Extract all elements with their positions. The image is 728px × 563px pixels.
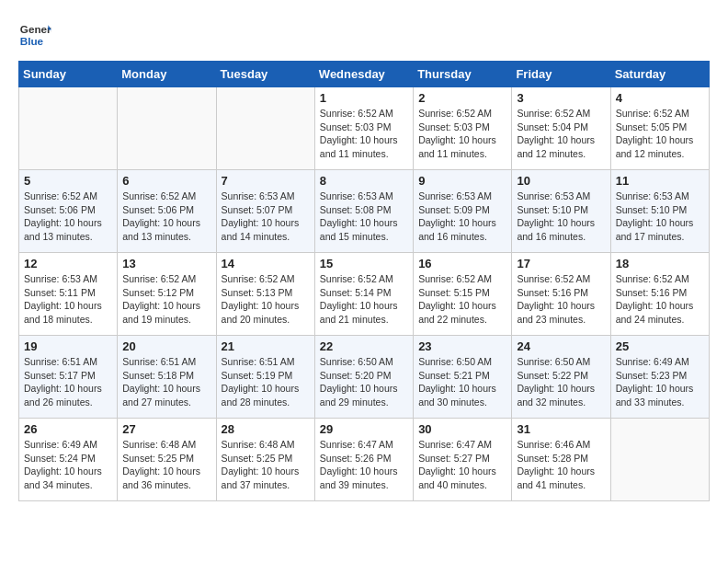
calendar-cell: 5Sunrise: 6:52 AM Sunset: 5:06 PM Daylig…	[19, 170, 118, 253]
svg-text:General: General	[20, 23, 51, 35]
day-number: 29	[320, 422, 408, 436]
calendar-cell: 27Sunrise: 6:48 AM Sunset: 5:25 PM Dayli…	[118, 419, 216, 501]
day-number: 22	[320, 339, 408, 353]
calendar-cell: 14Sunrise: 6:52 AM Sunset: 5:13 PM Dayli…	[216, 253, 314, 336]
calendar-cell: 6Sunrise: 6:52 AM Sunset: 5:06 PM Daylig…	[118, 170, 216, 253]
logo-icon: General Blue	[18, 18, 51, 52]
calendar-cell: 10Sunrise: 6:53 AM Sunset: 5:10 PM Dayli…	[512, 170, 610, 253]
day-number: 5	[24, 174, 112, 188]
day-info: Sunrise: 6:52 AM Sunset: 5:06 PM Dayligh…	[122, 190, 210, 244]
day-info: Sunrise: 6:52 AM Sunset: 5:06 PM Dayligh…	[24, 190, 112, 244]
weekday-header-wednesday: Wednesday	[314, 62, 413, 87]
weekday-header-tuesday: Tuesday	[216, 62, 314, 87]
day-info: Sunrise: 6:52 AM Sunset: 5:04 PM Dayligh…	[517, 107, 605, 161]
day-info: Sunrise: 6:53 AM Sunset: 5:09 PM Dayligh…	[418, 190, 506, 244]
day-info: Sunrise: 6:47 AM Sunset: 5:27 PM Dayligh…	[418, 438, 506, 492]
day-info: Sunrise: 6:53 AM Sunset: 5:10 PM Dayligh…	[616, 190, 704, 244]
calendar-cell: 28Sunrise: 6:48 AM Sunset: 5:25 PM Dayli…	[216, 419, 314, 501]
weekday-header-friday: Friday	[512, 62, 610, 87]
calendar-cell: 19Sunrise: 6:51 AM Sunset: 5:17 PM Dayli…	[19, 336, 118, 419]
weekday-header-saturday: Saturday	[610, 62, 709, 87]
calendar-cell: 9Sunrise: 6:53 AM Sunset: 5:09 PM Daylig…	[414, 170, 512, 253]
day-info: Sunrise: 6:52 AM Sunset: 5:15 PM Dayligh…	[418, 272, 506, 327]
day-info: Sunrise: 6:50 AM Sunset: 5:22 PM Dayligh…	[517, 355, 605, 409]
calendar-week-row: 1Sunrise: 6:52 AM Sunset: 5:03 PM Daylig…	[19, 87, 710, 170]
day-number: 12	[24, 257, 112, 270]
weekday-header-thursday: Thursday	[414, 62, 512, 87]
day-number: 11	[616, 174, 704, 188]
day-number: 24	[517, 339, 605, 353]
day-number: 15	[320, 257, 408, 270]
day-number: 4	[616, 91, 704, 105]
day-info: Sunrise: 6:50 AM Sunset: 5:20 PM Dayligh…	[320, 355, 408, 409]
day-number: 18	[616, 257, 704, 270]
calendar-cell: 13Sunrise: 6:52 AM Sunset: 5:12 PM Dayli…	[118, 253, 216, 336]
day-number: 13	[122, 257, 210, 270]
day-info: Sunrise: 6:52 AM Sunset: 5:16 PM Dayligh…	[517, 272, 605, 327]
day-number: 17	[517, 257, 605, 270]
day-number: 19	[24, 339, 112, 353]
calendar-cell: 11Sunrise: 6:53 AM Sunset: 5:10 PM Dayli…	[610, 170, 709, 253]
calendar-cell: 2Sunrise: 6:52 AM Sunset: 5:03 PM Daylig…	[414, 87, 512, 170]
calendar-cell	[216, 87, 314, 170]
calendar-week-row: 26Sunrise: 6:49 AM Sunset: 5:24 PM Dayli…	[19, 419, 710, 501]
calendar-cell	[118, 87, 216, 170]
day-info: Sunrise: 6:52 AM Sunset: 5:13 PM Dayligh…	[222, 272, 310, 327]
day-info: Sunrise: 6:53 AM Sunset: 5:11 PM Dayligh…	[24, 272, 112, 327]
day-info: Sunrise: 6:52 AM Sunset: 5:03 PM Dayligh…	[320, 107, 408, 161]
day-info: Sunrise: 6:48 AM Sunset: 5:25 PM Dayligh…	[122, 438, 210, 492]
calendar-cell: 17Sunrise: 6:52 AM Sunset: 5:16 PM Dayli…	[512, 253, 610, 336]
calendar-cell: 29Sunrise: 6:47 AM Sunset: 5:26 PM Dayli…	[314, 419, 413, 501]
calendar-cell: 20Sunrise: 6:51 AM Sunset: 5:18 PM Dayli…	[118, 336, 216, 419]
calendar-week-row: 5Sunrise: 6:52 AM Sunset: 5:06 PM Daylig…	[19, 170, 710, 253]
weekday-header-sunday: Sunday	[19, 62, 118, 87]
day-info: Sunrise: 6:51 AM Sunset: 5:17 PM Dayligh…	[24, 355, 112, 409]
day-info: Sunrise: 6:46 AM Sunset: 5:28 PM Dayligh…	[517, 438, 605, 492]
day-info: Sunrise: 6:49 AM Sunset: 5:23 PM Dayligh…	[616, 355, 704, 409]
day-info: Sunrise: 6:52 AM Sunset: 5:12 PM Dayligh…	[122, 272, 210, 327]
weekday-header-monday: Monday	[118, 62, 216, 87]
day-info: Sunrise: 6:51 AM Sunset: 5:18 PM Dayligh…	[122, 355, 210, 409]
calendar-cell: 21Sunrise: 6:51 AM Sunset: 5:19 PM Dayli…	[216, 336, 314, 419]
day-number: 30	[418, 422, 506, 436]
day-number: 6	[122, 174, 210, 188]
calendar-cell	[19, 87, 118, 170]
calendar-cell: 25Sunrise: 6:49 AM Sunset: 5:23 PM Dayli…	[610, 336, 709, 419]
day-info: Sunrise: 6:53 AM Sunset: 5:07 PM Dayligh…	[222, 190, 310, 244]
calendar-cell: 24Sunrise: 6:50 AM Sunset: 5:22 PM Dayli…	[512, 336, 610, 419]
calendar-cell: 3Sunrise: 6:52 AM Sunset: 5:04 PM Daylig…	[512, 87, 610, 170]
day-number: 26	[24, 422, 112, 436]
day-number: 25	[616, 339, 704, 353]
day-number: 21	[222, 339, 310, 353]
calendar-cell: 15Sunrise: 6:52 AM Sunset: 5:14 PM Dayli…	[314, 253, 413, 336]
calendar-cell: 18Sunrise: 6:52 AM Sunset: 5:16 PM Dayli…	[610, 253, 709, 336]
day-number: 8	[320, 174, 408, 188]
day-info: Sunrise: 6:53 AM Sunset: 5:08 PM Dayligh…	[320, 190, 408, 244]
day-number: 27	[122, 422, 210, 436]
day-number: 10	[517, 174, 605, 188]
day-number: 20	[122, 339, 210, 353]
calendar-week-row: 12Sunrise: 6:53 AM Sunset: 5:11 PM Dayli…	[19, 253, 710, 336]
day-info: Sunrise: 6:52 AM Sunset: 5:16 PM Dayligh…	[616, 272, 704, 327]
day-number: 1	[320, 91, 408, 105]
day-info: Sunrise: 6:52 AM Sunset: 5:03 PM Dayligh…	[418, 107, 506, 161]
day-info: Sunrise: 6:47 AM Sunset: 5:26 PM Dayligh…	[320, 438, 408, 492]
day-number: 3	[517, 91, 605, 105]
calendar-cell: 4Sunrise: 6:52 AM Sunset: 5:05 PM Daylig…	[610, 87, 709, 170]
calendar-cell: 23Sunrise: 6:50 AM Sunset: 5:21 PM Dayli…	[414, 336, 512, 419]
svg-text:Blue: Blue	[20, 35, 44, 47]
calendar-cell: 8Sunrise: 6:53 AM Sunset: 5:08 PM Daylig…	[314, 170, 413, 253]
day-info: Sunrise: 6:51 AM Sunset: 5:19 PM Dayligh…	[222, 355, 310, 409]
calendar-cell: 22Sunrise: 6:50 AM Sunset: 5:20 PM Dayli…	[314, 336, 413, 419]
day-info: Sunrise: 6:52 AM Sunset: 5:14 PM Dayligh…	[320, 272, 408, 327]
weekday-header-row: SundayMondayTuesdayWednesdayThursdayFrid…	[19, 62, 710, 87]
calendar-cell: 7Sunrise: 6:53 AM Sunset: 5:07 PM Daylig…	[216, 170, 314, 253]
day-number: 28	[222, 422, 310, 436]
calendar-cell: 12Sunrise: 6:53 AM Sunset: 5:11 PM Dayli…	[19, 253, 118, 336]
logo: General Blue	[18, 18, 51, 52]
calendar-cell: 30Sunrise: 6:47 AM Sunset: 5:27 PM Dayli…	[414, 419, 512, 501]
calendar-cell: 1Sunrise: 6:52 AM Sunset: 5:03 PM Daylig…	[314, 87, 413, 170]
calendar-cell: 26Sunrise: 6:49 AM Sunset: 5:24 PM Dayli…	[19, 419, 118, 501]
day-info: Sunrise: 6:52 AM Sunset: 5:05 PM Dayligh…	[616, 107, 704, 161]
day-number: 2	[418, 91, 506, 105]
